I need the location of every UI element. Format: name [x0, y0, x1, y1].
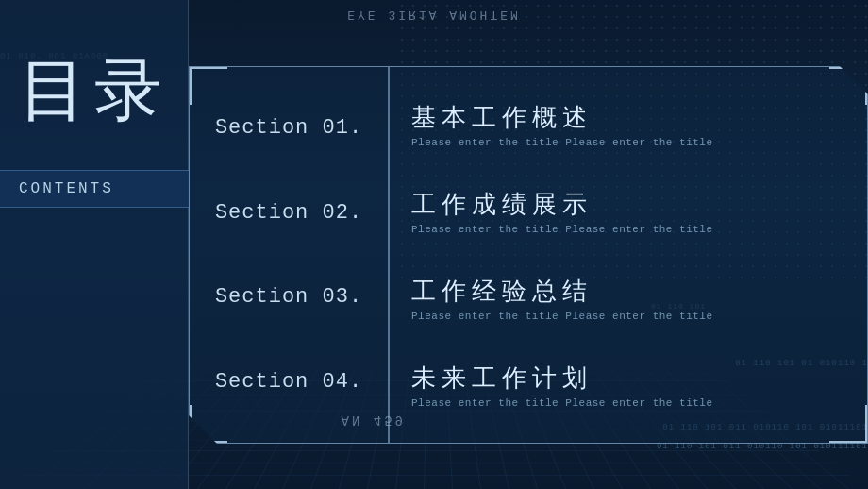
section-number-3: Section 03. [199, 278, 378, 316]
section-title-cn-3: 工作经验总结 [411, 275, 843, 308]
section-number-4: Section 04. [199, 363, 378, 401]
main-content-area: Section 01. Section 02. Section 03. Sect… [189, 66, 868, 444]
section-subtitle-2: Please enter the title Please enter the … [411, 224, 843, 235]
section-subtitle-4: Please enter the title Please enter the … [411, 397, 843, 409]
hud-frame: Section 01. Section 02. Section 03. Sect… [189, 66, 868, 444]
section-numbers-column: Section 01. Section 02. Section 03. Sect… [190, 67, 388, 443]
section-titles-column: 基本工作概述 Please enter the title Please ent… [388, 67, 867, 443]
contents-text: CONTENTS [19, 180, 114, 197]
section-item-3: 工作经验总结 Please enter the title Please ent… [411, 275, 843, 322]
section-item-2: 工作成绩展示 Please enter the title Please ent… [411, 188, 843, 235]
contents-label-box: CONTENTS [0, 170, 189, 208]
bottom-hud-text: AN 459 [189, 413, 406, 428]
section-subtitle-1: Please enter the title Please enter the … [411, 137, 843, 148]
section-title-cn-2: 工作成绩展示 [411, 188, 843, 221]
section-item-4: 未来工作计划 Please enter the title Please ent… [411, 362, 843, 409]
section-item-1: 基本工作概述 Please enter the title Please ent… [411, 101, 843, 148]
left-panel: 目录 CONTENTS [0, 0, 189, 489]
section-number-1: Section 01. [199, 109, 378, 147]
mirrored-header-text: EYE 3IR1A AMOHTEM [347, 8, 521, 22]
section-number-2: Section 02. [199, 194, 378, 232]
title-chinese: 目录 [19, 57, 170, 125]
section-title-cn-4: 未来工作计划 [411, 362, 843, 395]
section-subtitle-3: Please enter the title Please enter the … [411, 311, 843, 322]
section-title-cn-1: 基本工作概述 [411, 101, 843, 134]
